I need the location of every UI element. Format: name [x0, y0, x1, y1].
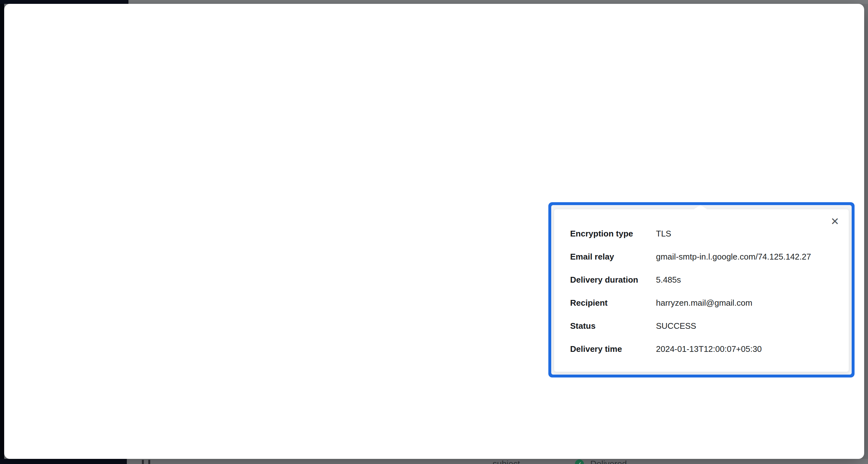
send-test-email-label: Send test email — [675, 0, 735, 0]
popup-row-encryption: Encryption type TLS — [570, 222, 849, 245]
encryption-type-label: Encryption type — [570, 229, 656, 239]
background-list-icon — [142, 460, 144, 464]
dimmed-top-strip: Send test email Mail agent setting — [0, 0, 868, 4]
delivery-duration-value: 5.485s — [656, 275, 681, 285]
delivery-info-popup: ✕ Encryption type TLS Email relay gmail-… — [548, 202, 855, 377]
delivery-duration-label: Delivery duration — [570, 275, 656, 285]
mail-agent-setting-button[interactable]: Mail agent setting — [761, 0, 843, 0]
background-list-icon — [148, 460, 150, 464]
popup-row-recipient: Recipient harryzen.mail@gmail.com — [570, 291, 849, 314]
popup-row-delivery-time: Delivery time 2024-01-13T12:00:07+05:30 — [570, 338, 849, 360]
popup-row-duration: Delivery duration 5.485s — [570, 268, 849, 291]
app-sidebar-bottom-sliver — [0, 459, 127, 464]
popup-row-relay: Email relay gmail-smtp-in.l.google.com/7… — [570, 245, 849, 268]
check-circle-icon: ✓ — [575, 460, 584, 464]
app-sidebar-sliver — [0, 0, 4, 464]
status-label: Status — [570, 321, 656, 331]
dimmed-bottom-strip: subject ✓ Delivered — [0, 459, 868, 464]
send-icon — [661, 0, 671, 0]
email-relay-value: gmail-smtp-in.l.google.com/74.125.142.27 — [656, 252, 811, 262]
encryption-type-value: TLS — [656, 229, 671, 239]
recipient-value: harryzen.mail@gmail.com — [656, 298, 752, 308]
popup-row-status: Status SUCCESS — [570, 314, 849, 338]
popup-panel: ✕ Encryption type TLS Email relay gmail-… — [554, 209, 849, 372]
gear-icon — [761, 0, 771, 0]
email-relay-label: Email relay — [570, 252, 656, 262]
mail-agent-setting-label: Mail agent setting — [775, 0, 843, 0]
app-sidebar-top-sliver — [0, 0, 128, 4]
delivery-time-label: Delivery time — [570, 344, 656, 354]
background-row-status: Delivered — [590, 459, 627, 464]
close-icon[interactable]: ✕ — [831, 216, 839, 227]
background-row-subject: subject — [493, 459, 520, 464]
delivery-time-value: 2024-01-13T12:00:07+05:30 — [656, 344, 762, 354]
send-test-email-button[interactable]: Send test email — [661, 0, 735, 0]
recipient-label: Recipient — [570, 298, 656, 308]
status-value: SUCCESS — [656, 321, 696, 331]
